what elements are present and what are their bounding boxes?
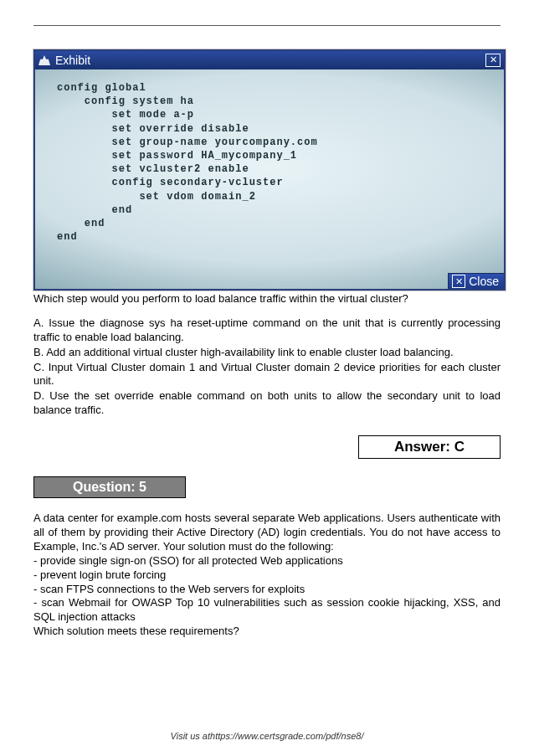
question-5-tag: Question: 5 bbox=[33, 476, 186, 498]
option-b: B. Add an additional virtual cluster hig… bbox=[33, 346, 501, 360]
exhibit-window: Exhibit ✕ config global config system ha… bbox=[33, 49, 506, 291]
option-d: D. Use the set override enable command o… bbox=[33, 389, 501, 418]
window-close-icon[interactable]: ✕ bbox=[485, 54, 501, 67]
question-4-options: A. Issue the diagnose sys ha reset-uptim… bbox=[33, 316, 501, 418]
close-label: Close bbox=[469, 275, 499, 288]
q5-bullet-4: - scan Webmail for OWASP Top 10 vulnerab… bbox=[33, 596, 501, 625]
q5-bullet-3: - scan FTPS connections to the Web serve… bbox=[33, 583, 501, 597]
q5-bullet-2: - prevent login brute forcing bbox=[33, 568, 501, 583]
question-4-text: Which step would you perform to load bal… bbox=[33, 292, 501, 306]
top-rule bbox=[33, 25, 501, 26]
option-a: A. Issue the diagnose sys ha reset-uptim… bbox=[33, 316, 501, 345]
close-icon: ✕ bbox=[452, 275, 465, 288]
q5-bullet-1: - provide single sign-on (SSO) for all p… bbox=[33, 554, 501, 568]
q5-final: Which solution meets these requirements? bbox=[33, 625, 501, 639]
answer-box: Answer: C bbox=[358, 435, 501, 459]
titlebar-left: Exhibit bbox=[39, 54, 90, 67]
close-button[interactable]: ✕ Close bbox=[448, 273, 504, 289]
exhibit-title: Exhibit bbox=[55, 54, 90, 67]
exhibit-titlebar: Exhibit ✕ bbox=[35, 51, 504, 69]
exhibit-body: config global config system ha set mode … bbox=[35, 69, 504, 289]
exhibit-icon bbox=[39, 55, 50, 65]
option-c: C. Input Virtual Cluster domain 1 and Vi… bbox=[33, 361, 501, 389]
q5-intro: A data center for example.com hosts seve… bbox=[33, 512, 501, 554]
config-code: config global config system ha set mode … bbox=[57, 81, 487, 244]
page-footer: Visit us athttps://www.certsgrade.com/pd… bbox=[0, 731, 534, 741]
question-5-body: A data center for example.com hosts seve… bbox=[33, 512, 501, 639]
